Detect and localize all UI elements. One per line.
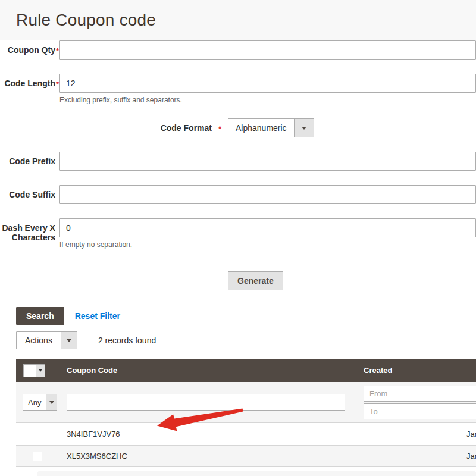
code-prefix-label: Code Prefix <box>0 152 55 166</box>
dash-every-note: If empty no separation. <box>60 240 476 249</box>
field-code-format: Code Format * Alphanumeric <box>0 118 476 137</box>
table-row[interactable]: 3N4IBF1VJV76 Jan <box>16 422 476 445</box>
reset-filter-link[interactable]: Reset Filter <box>75 311 120 321</box>
dash-every-label: Dash Every X Characters <box>0 218 55 242</box>
code-length-input[interactable] <box>60 74 476 93</box>
select-all-dropdown[interactable] <box>23 364 45 377</box>
coupon-grid: Coupon Code Created Any 3N4IBF1VJV76 Jan… <box>16 359 476 467</box>
code-format-select[interactable]: Alphanumeric <box>228 118 314 137</box>
actions-dropdown-label: Actions <box>17 332 61 349</box>
field-coupon-qty: Coupon Qty * <box>0 40 476 60</box>
any-filter-dropdown[interactable]: Any <box>23 394 57 411</box>
bottom-partial-element <box>37 471 476 476</box>
page-title: Rule Coupon code <box>16 11 156 30</box>
coupon-generation-form: Coupon Qty * Code Length * Excluding pre… <box>0 40 476 290</box>
code-prefix-input[interactable] <box>60 152 476 171</box>
grid-toolbar: Search Reset Filter Actions 2 records fo… <box>16 307 476 349</box>
coupon-qty-input[interactable] <box>60 40 476 60</box>
chevron-down-icon <box>61 332 77 349</box>
required-asterisk: * <box>212 118 228 133</box>
coupon-qty-label: Coupon Qty <box>0 40 55 55</box>
code-suffix-input[interactable] <box>60 185 476 204</box>
created-to-filter-input[interactable] <box>364 403 476 419</box>
chevron-down-icon <box>36 365 45 377</box>
grid-header-row: Coupon Code Created <box>16 359 476 382</box>
code-length-label: Code Length <box>0 74 55 88</box>
generate-button[interactable]: Generate <box>228 271 283 290</box>
coupon-code-cell: XL5X3MS6CZHC <box>59 446 356 466</box>
dash-every-input[interactable] <box>60 218 476 237</box>
created-cell: Jan <box>356 446 476 466</box>
row-checkbox[interactable] <box>33 452 42 461</box>
records-found-count: 2 records found <box>98 336 156 345</box>
column-header-coupon-code[interactable]: Coupon Code <box>59 359 356 382</box>
chevron-down-icon <box>46 394 57 410</box>
grid-filter-row: Any <box>16 382 476 422</box>
any-filter-label: Any <box>23 394 46 410</box>
row-checkbox[interactable] <box>33 430 42 439</box>
required-asterisk: * <box>55 40 60 55</box>
chevron-down-icon <box>294 119 314 137</box>
code-suffix-label: Code Suffix <box>0 185 55 199</box>
coupon-code-filter-input[interactable] <box>67 394 345 411</box>
select-all-checkbox[interactable] <box>24 365 36 377</box>
page-header: Rule Coupon code <box>0 0 476 40</box>
code-format-label: Code Format <box>0 118 212 133</box>
required-asterisk: * <box>55 74 60 89</box>
coupon-code-cell: 3N4IBF1VJV76 <box>59 423 356 445</box>
field-code-suffix: Code Suffix <box>0 185 476 204</box>
code-format-selected-value: Alphanumeric <box>228 119 294 137</box>
table-row[interactable]: XL5X3MS6CZHC Jan <box>16 445 476 466</box>
column-header-created[interactable]: Created <box>356 359 476 382</box>
field-code-prefix: Code Prefix <box>0 152 476 171</box>
field-code-length: Code Length * Excluding prefix, suffix a… <box>0 74 476 104</box>
created-cell: Jan <box>356 423 476 445</box>
created-from-filter-input[interactable] <box>364 386 476 402</box>
field-dash-every: Dash Every X Characters If empty no sepa… <box>0 218 476 249</box>
code-length-note: Excluding prefix, suffix and separators. <box>60 96 476 104</box>
search-button[interactable]: Search <box>16 307 64 325</box>
actions-dropdown[interactable]: Actions <box>16 331 77 349</box>
